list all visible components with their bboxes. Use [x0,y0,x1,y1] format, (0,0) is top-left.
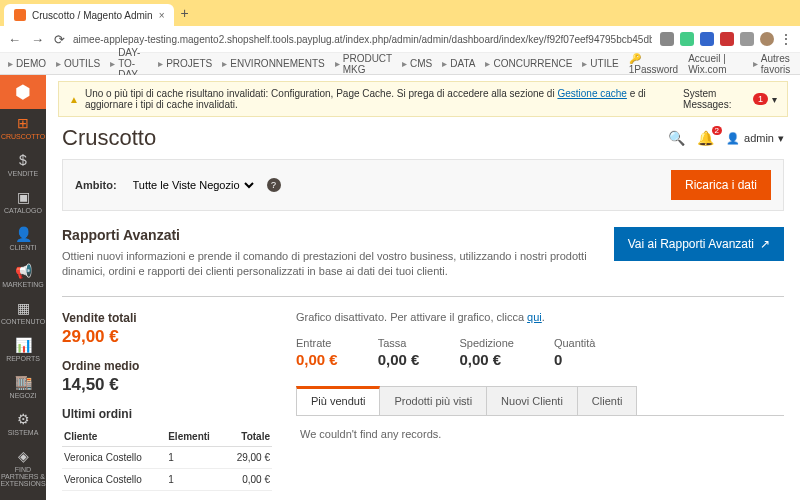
warning-icon: ▲ [69,94,79,105]
magento-logo[interactable]: ⬢ [0,75,46,109]
advanced-reports-desc: Ottieni nuovi informazioni e prende il c… [62,249,590,280]
back-icon[interactable]: ← [8,32,21,47]
user-icon: 👤 [726,132,740,145]
bookmarks-bar: ▸DEMO▸OUTILS▸DAY-TO-DAY▸PROJETS▸ENVIRONN… [0,52,800,74]
bookmark-link[interactable]: Accueil | Wix.com [688,53,733,75]
nav-icon: 📢 [15,263,32,279]
tab-content: We couldn't find any records. [296,416,784,452]
notifications-icon[interactable]: 🔔2 [697,130,714,146]
tab-nuovi-clienti[interactable]: Nuovi Clienti [486,386,578,415]
sidebar-clienti[interactable]: 👤CLIENTI [0,220,46,257]
tab-prodotti-pi-visti[interactable]: Prodotti più visti [379,386,487,415]
ext-icon[interactable] [740,32,754,46]
help-icon[interactable]: ? [267,178,281,192]
btn-label: Vai ai Rapporti Avanzati [628,237,754,251]
ext-icon[interactable] [700,32,714,46]
chart-disabled-note: Grafico disattivato. Per attivare il gra… [296,311,784,323]
bookmark-folder[interactable]: ▸CMS [402,58,432,69]
browser-tab[interactable]: Cruscotto / Magento Admin × [4,4,174,26]
system-message: ▲ Uno o più tipi di cache risultano inva… [58,81,788,117]
ext-icon[interactable] [680,32,694,46]
sidebar-catalogo[interactable]: ▣CATALOGO [0,183,46,220]
tab-pi-venduti[interactable]: Più venduti [296,386,380,415]
ext-icon[interactable] [660,32,674,46]
nav-icon: 🏬 [15,374,32,390]
table-row[interactable]: Veronica Costello129,00 € [62,446,272,468]
url-bar[interactable]: aimee-applepay-testing.magento2.shopshel… [73,34,652,45]
tab-clienti[interactable]: Clienti [577,386,638,415]
ext-icon[interactable] [720,32,734,46]
tab-favicon [14,9,26,21]
nav-icon: 📊 [15,337,32,353]
nav-icon: ▣ [17,189,30,205]
metric-quantità: Quantità0 [554,337,596,368]
avatar-icon[interactable] [760,32,774,46]
search-icon[interactable]: 🔍 [668,130,685,146]
col-header: Elementi [166,427,224,447]
forward-icon[interactable]: → [31,32,44,47]
bookmark-folder[interactable]: ▸ENVIRONNEMENTS [222,58,324,69]
avg-order-value: 14,50 € [62,375,272,395]
bookmark-link[interactable]: 🔑 1Password [629,53,678,75]
admin-menu[interactable]: 👤 admin ▾ [726,132,784,145]
sidebar-cruscotto[interactable]: ⊞CRUSCOTTO [0,109,46,146]
col-header: Totale [224,427,272,447]
nav-icon: 👤 [15,226,32,242]
scope-label: Ambito: [75,179,117,191]
sysmsg-text: Uno o più tipi di cache risultano invali… [85,88,558,99]
total-sales-value: 29,00 € [62,327,272,347]
sidebar-marketing[interactable]: 📢MARKETING [0,257,46,294]
external-link-icon: ↗ [760,237,770,251]
reload-icon[interactable]: ⟳ [54,32,65,47]
nav-icon: ⊞ [17,115,29,131]
page-title: Cruscotto [62,125,156,151]
sidebar-vendite[interactable]: $VENDITE [0,146,46,183]
nav-icon: ◈ [18,448,29,464]
sidebar-sistema[interactable]: ⚙SISTEMA [0,405,46,442]
enable-chart-link[interactable]: qui [527,311,542,323]
sidebar-negozi[interactable]: 🏬NEGOZI [0,368,46,405]
tab-title: Cruscotto / Magento Admin [32,10,153,21]
advanced-reports-button[interactable]: Vai ai Rapporti Avanzati ↗ [614,227,784,261]
cache-link[interactable]: Gestione cache [557,88,627,99]
nav-label: SISTEMA [8,429,39,436]
total-sales-label: Vendite totali [62,311,272,325]
nav-icon: ⚙ [17,411,30,427]
nav-label: VENDITE [8,170,38,177]
bookmark-folder[interactable]: ▸PROJETS [158,58,212,69]
admin-sidebar: ⬢ ⊞CRUSCOTTO$VENDITE▣CATALOGO👤CLIENTI📢MA… [0,75,46,500]
bookmark-folder[interactable]: ▸DEMO [8,58,46,69]
bookmark-folder[interactable]: ▸CONCURRENCE [485,58,572,69]
scope-select[interactable]: Tutte le Viste Negozio [129,178,257,192]
nav-label: CATALOGO [4,207,42,214]
sidebar-find-partners-extensions[interactable]: ◈FIND PARTNERS & EXTENSIONS [0,442,46,493]
last-orders-title: Ultimi ordini [62,407,272,421]
metric-entrate: Entrate0,00 € [296,337,338,368]
col-header: Cliente [62,427,166,447]
bookmark-folder[interactable]: ▸OUTILS [56,58,100,69]
bookmark-folder[interactable]: ▸DATA [442,58,475,69]
notif-count: 2 [712,126,722,135]
bookmark-folder[interactable]: ▸PRODUCT MKG [335,53,392,75]
table-row[interactable]: Veronica Costello10,00 € [62,468,272,490]
sidebar-reports[interactable]: 📊REPORTS [0,331,46,368]
nav-label: CRUSCOTTO [1,133,45,140]
nav-label: CONTENUTO [1,318,45,325]
metric-spedizione: Spedizione0,00 € [459,337,513,368]
sidebar-contenuto[interactable]: ▦CONTENUTO [0,294,46,331]
sysmsg-count: 1 [753,93,768,105]
chevron-down-icon[interactable]: ▾ [772,94,777,105]
nav-icon: $ [19,152,27,168]
nav-label: CLIENTI [10,244,37,251]
nav-label: NEGOZI [10,392,37,399]
new-tab-button[interactable]: + [180,5,188,21]
last-orders-table: ClienteElementiTotale Veronica Costello1… [62,427,272,491]
menu-icon[interactable]: ⋮ [780,32,792,46]
admin-label: admin [744,132,774,144]
metric-tassa: Tassa0,00 € [378,337,420,368]
reload-data-button[interactable]: Ricarica i dati [671,170,771,200]
close-tab-icon[interactable]: × [159,10,165,21]
avg-order-label: Ordine medio [62,359,272,373]
bookmark-folder[interactable]: ▸UTILE [582,58,618,69]
other-bookmarks[interactable]: ▸Autres favoris [753,53,792,75]
